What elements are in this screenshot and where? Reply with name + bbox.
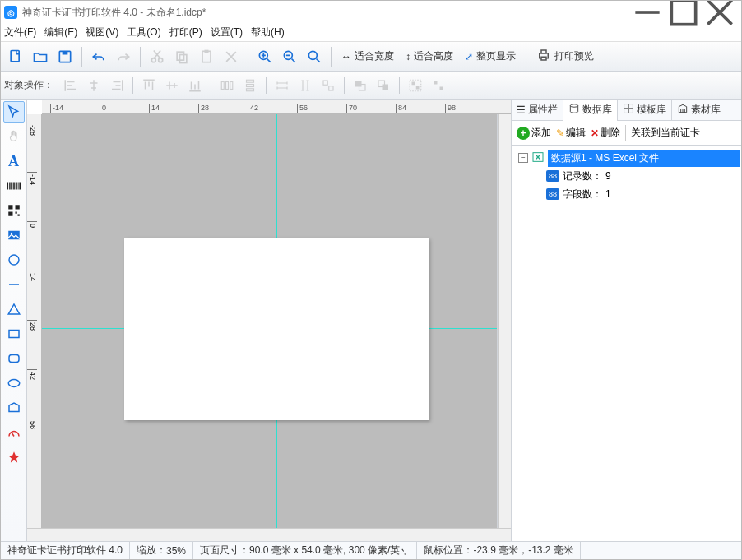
tab-templates[interactable]: 模板库 [618,100,672,121]
polygon-tool[interactable] [3,397,25,419]
new-file-button[interactable] [4,45,27,68]
svg-rect-20 [226,81,229,89]
mouse-label: 鼠标位置： [424,544,473,558]
fit-height-button[interactable]: ↕ 适合高度 [401,45,458,68]
align-top-button[interactable] [138,76,160,95]
bring-front-button[interactable] [350,76,371,95]
undo-button[interactable] [87,45,110,68]
window-title: 神奇证卡证书打印软件 4.0 - 未命名1.idcp* [22,6,206,20]
fit-width-button[interactable]: ↔ 适合宽度 [336,45,399,68]
delete-button[interactable] [220,45,243,68]
svg-line-48 [12,433,14,437]
same-height-button[interactable] [294,76,316,95]
line-tool[interactable] [3,274,25,295]
paste-button[interactable] [195,45,218,68]
print-preview-button[interactable]: 打印预览 [531,45,599,68]
svg-rect-38 [8,212,12,216]
ruler-vertical[interactable]: -28 -14 0 14 28 42 56 [27,114,42,528]
align-left-button[interactable] [60,76,81,95]
zoom-in-button[interactable] [253,45,276,68]
database-actions: + 添加 ✎ 编辑 ✕ 删除 关联到当前证卡 [512,121,741,146]
menu-print[interactable]: 打印(P) [169,25,202,39]
minimize-button[interactable] [629,1,665,24]
close-button[interactable] [702,1,738,24]
qrcode-tool[interactable] [3,200,25,221]
barcode-tool[interactable] [3,175,25,197]
svg-rect-23 [247,84,254,86]
rounded-rect-tool[interactable] [3,348,25,369]
distribute-v-button[interactable] [239,76,261,95]
menu-edit[interactable]: 编辑(E) [44,25,77,39]
delete-datasource-button[interactable]: ✕ 删除 [591,126,620,140]
tree-records-row[interactable]: 88 记录数： 9 [513,167,740,185]
distribute-h-button[interactable] [216,76,238,95]
edit-label: 编辑 [566,126,586,140]
zoom-reset-button[interactable] [303,45,326,68]
edit-datasource-button[interactable]: ✎ 编辑 [556,126,586,140]
triangle-tool[interactable] [3,299,25,320]
svg-rect-35 [440,86,444,90]
maximize-button[interactable] [665,1,702,24]
page[interactable] [124,238,429,420]
save-button[interactable] [53,45,77,68]
tab-database[interactable]: 数据库 [563,100,618,121]
svg-point-43 [9,255,19,265]
object-ops-label: 对象操作： [4,78,53,92]
arrow-h-icon: ↔ [341,51,351,62]
redo-button[interactable] [112,45,135,68]
menu-view[interactable]: 视图(V) [86,25,118,39]
tree-fields-row[interactable]: 88 字段数： 1 [513,185,740,203]
image-tool[interactable] [3,224,25,246]
star-tool[interactable] [3,447,25,468]
collapse-icon[interactable]: − [518,153,528,163]
gauge-tool[interactable] [3,422,25,443]
ellipse-outline-tool[interactable] [3,249,25,271]
tree-root-row[interactable]: − 数据源1 - MS Excel 文件 [513,149,740,167]
ruler-tick: 0 [100,104,106,113]
send-back-button[interactable] [373,76,394,95]
svg-rect-12 [205,49,209,52]
group-button[interactable] [405,76,426,95]
right-panel: ☰ 属性栏 数据库 模板库 素材库 + 添加 ✎ 编辑 [511,100,741,541]
open-file-button[interactable] [29,45,52,68]
menu-help[interactable]: 帮助(H) [251,25,285,39]
same-size-button[interactable] [318,76,339,95]
select-tool[interactable] [3,101,25,123]
ruler-tick: 14 [149,104,160,113]
align-center-v-button[interactable] [161,76,183,95]
cut-button[interactable] [146,45,169,68]
text-tool[interactable]: A [3,150,25,172]
svg-rect-45 [9,331,19,338]
align-bottom-button[interactable] [184,76,206,95]
horizontal-scrollbar[interactable] [27,528,511,541]
canvas[interactable] [42,114,498,528]
svg-rect-33 [416,86,420,89]
ruler-horizontal[interactable]: -14 0 14 28 42 56 70 84 98 [42,100,511,114]
page-label: 页面尺寸： [200,544,249,558]
copy-button[interactable] [170,45,193,68]
ruler-tick: 0 [27,221,37,228]
full-page-button[interactable]: ⤢ 整页显示 [460,45,521,68]
hand-tool[interactable] [3,126,25,147]
plus-icon: + [517,127,530,140]
same-width-button[interactable] [271,76,293,95]
vertical-scrollbar[interactable] [498,114,511,528]
ungroup-button[interactable] [428,76,449,95]
arrow-v-icon: ↕ [406,51,410,62]
tab-assets[interactable]: 素材库 [672,100,726,121]
menu-settings[interactable]: 设置(T) [211,25,243,39]
svg-rect-39 [15,212,16,214]
menu-file[interactable]: 文件(F) [4,25,36,39]
ellipse-tool[interactable] [3,373,25,394]
rectangle-tool[interactable] [3,323,25,345]
align-center-h-button[interactable] [83,76,104,95]
zoom-out-button[interactable] [278,45,301,68]
link-to-card-button[interactable]: 关联到当前证卡 [631,126,700,140]
tab-properties[interactable]: ☰ 属性栏 [512,100,563,121]
svg-rect-22 [247,80,254,82]
add-datasource-button[interactable]: + 添加 [517,126,551,140]
svg-rect-18 [541,57,546,60]
menu-tools[interactable]: 工具(O) [127,25,160,39]
align-right-button[interactable] [106,76,128,95]
svg-rect-31 [410,80,421,91]
